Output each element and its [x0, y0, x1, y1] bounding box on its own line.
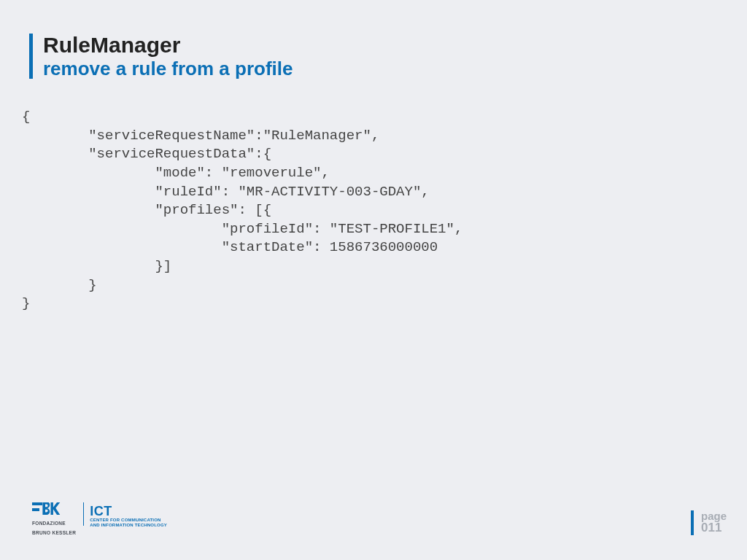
dept-line2: AND INFORMATION TECHNOLOGY: [90, 523, 167, 528]
page-number: 011: [701, 521, 727, 535]
page-indicator: page 011: [691, 510, 727, 535]
svg-rect-0: [32, 502, 42, 505]
dept-block: ICT CENTER FOR COMMUNICATION AND INFORMA…: [90, 505, 167, 527]
footer-logo: FONDAZIONE BRUNO KESSLER ICT CENTER FOR …: [32, 502, 167, 535]
code-snippet: { "serviceRequestName":"RuleManager", "s…: [22, 108, 462, 314]
svg-rect-1: [32, 508, 39, 511]
org-name-line1: FONDAZIONE: [32, 521, 76, 526]
org-name-line2: BRUNO KESSLER: [32, 531, 76, 536]
page-label: page: [701, 510, 727, 521]
dept-abbrev: ICT: [90, 505, 167, 518]
slide-title: RuleManager: [43, 34, 293, 57]
fbk-glyph-icon: [32, 502, 64, 517]
logo-divider: [83, 502, 84, 526]
fbk-logo-mark: FONDAZIONE BRUNO KESSLER: [32, 502, 76, 535]
dept-line1: CENTER FOR COMMUNICATION: [90, 518, 167, 523]
slide-title-block: RuleManager remove a rule from a profile: [29, 34, 293, 79]
slide-subtitle: remove a rule from a profile: [43, 58, 293, 79]
